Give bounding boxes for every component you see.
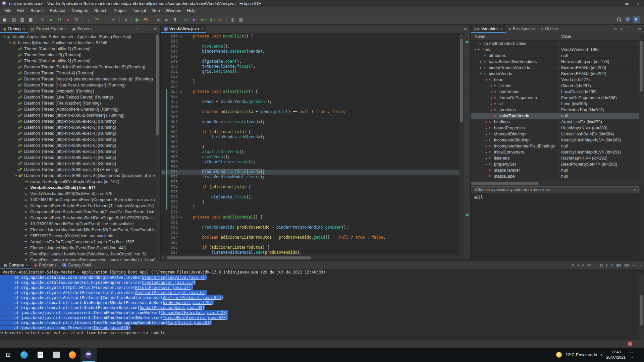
breakpoint-ruler[interactable] bbox=[161, 175, 166, 180]
variable-row-statuslabel[interactable]: ■statusLabelnull bbox=[471, 173, 639, 179]
variables-vscrollbar[interactable] bbox=[639, 33, 644, 186]
external-tools-button[interactable]: ▶ bbox=[183, 16, 191, 23]
launch-node[interactable]: ▾◉Vaadin-Application-Sales-master - Appl… bbox=[0, 34, 155, 40]
variable-row-statushandler[interactable]: ■statusHandlernull bbox=[471, 167, 639, 173]
coverage-button[interactable]: ▶ bbox=[192, 16, 199, 23]
breakpoint-ruler[interactable] bbox=[161, 180, 166, 185]
breakpoint-ruler[interactable] bbox=[161, 59, 166, 64]
stack-frame[interactable]: ≡1402068199.onComponentEvent(ComponentEv… bbox=[0, 197, 155, 203]
eclipse-app[interactable] bbox=[80, 348, 97, 362]
code-line-580[interactable]: 580⊖ private void addClickModal() { bbox=[161, 215, 459, 220]
menu-run[interactable]: Run bbox=[149, 7, 163, 14]
code-line-544[interactable]: 544⊖ private void novoClick() { bbox=[161, 34, 459, 39]
code-line-568[interactable]: 568 novaVenda(); bbox=[161, 155, 459, 160]
save-all-button[interactable]: ▥ bbox=[18, 16, 26, 23]
close-icon[interactable]: × bbox=[23, 27, 25, 31]
code-lines[interactable]: 544⊖ private void novoClick() {545546 no… bbox=[161, 33, 459, 255]
notification-center-icon[interactable] bbox=[629, 353, 634, 357]
breakpoint-ruler[interactable] bbox=[161, 155, 166, 160]
start-button[interactable]: ⊞ bbox=[0, 348, 16, 362]
breakpoint-ruler[interactable] bbox=[161, 44, 166, 49]
stack-frame[interactable]: ≡VendaView.salvarClick() line: 571 bbox=[0, 185, 155, 191]
code-line-562[interactable]: 562 bbox=[161, 124, 459, 129]
stack-trace-link[interactable]: StandardEngineValve.java:78 bbox=[142, 275, 205, 280]
tab-console[interactable]: ▣Console× bbox=[0, 261, 31, 269]
tab-vendaview-java[interactable]: J VendaView.java × bbox=[161, 25, 206, 33]
open-console-icon[interactable]: ▤▾ bbox=[624, 263, 630, 267]
breakpoint-ruler[interactable] bbox=[161, 220, 166, 225]
code-line-569[interactable]: 569 txtNomeCliente.focus(); bbox=[161, 160, 459, 165]
thread-row[interactable]: ▶⚙Daemon Thread [Live Reload Server] (Ru… bbox=[0, 94, 155, 100]
maximize-icon[interactable]: ▭ bbox=[638, 263, 641, 267]
breakpoint-ruler[interactable] bbox=[161, 99, 166, 104]
menu-refactor[interactable]: Refactor bbox=[47, 7, 68, 14]
stack-trace-link[interactable]: AbstractProcessorLight.java:65 bbox=[135, 290, 205, 295]
tab-breakpoints[interactable]: ●Breakpoints bbox=[506, 25, 538, 33]
variable-row-boundproperties[interactable]: ▸■boundPropertiesHashMap<K,V> (id=280) bbox=[471, 125, 639, 131]
thread-row[interactable]: ▶⚙Daemon Thread [http-nio-8080-exec-3] (… bbox=[0, 124, 155, 130]
code-line-576[interactable]: 576 dlgJanela.close(); bbox=[161, 195, 459, 200]
clear-console-icon[interactable]: ▭ bbox=[594, 263, 597, 267]
breakpoint-ruler[interactable] bbox=[161, 84, 166, 89]
breakpoint-ruler[interactable] bbox=[161, 240, 166, 245]
code-line-578[interactable]: 578 } bbox=[161, 205, 459, 210]
breakpoint-ruler[interactable] bbox=[161, 94, 166, 99]
stack-trace-link[interactable]: ThreadPoolExecutor.java:628 bbox=[163, 315, 226, 320]
breakpoint-ruler[interactable] bbox=[161, 69, 166, 74]
variable-row-bean[interactable]: ▾■beanVenda (id=277) bbox=[471, 77, 639, 83]
code-line-582[interactable]: 582 ProdutoVendido produtoVendido = bind… bbox=[161, 225, 459, 230]
breakpoint-ruler[interactable] bbox=[161, 185, 166, 190]
minimize-icon[interactable]: ─ bbox=[149, 27, 151, 31]
breakpoint-ruler[interactable] bbox=[161, 104, 166, 109]
code-line-557[interactable]: 557 venda = binderVenda.getBean(); bbox=[161, 99, 459, 104]
console-line[interactable]: at java.base/java.util.concurrent.Thread… bbox=[0, 310, 639, 315]
thread-row[interactable]: ▶⚙Thread [Catalina-utility-1] (Running) bbox=[0, 46, 155, 52]
code-line-584[interactable]: 584 boolean adicionarListaProdutos = pro… bbox=[161, 235, 459, 240]
thread-row[interactable]: ▶⚙Daemon Thread [Atmosphere-Shared-0] (R… bbox=[0, 106, 155, 112]
console-vscrollbar[interactable] bbox=[639, 275, 644, 339]
breakpoint-ruler[interactable] bbox=[161, 124, 166, 129]
variable-row-cliente[interactable]: ▸■clienteCliente (id=297) bbox=[471, 83, 639, 89]
breakpoint-ruler[interactable] bbox=[161, 230, 166, 235]
thread-row[interactable]: ▶⚙Daemon Thread [http-nio-8080-exec-2] (… bbox=[0, 148, 155, 155]
terminate-button[interactable]: ■ bbox=[64, 16, 72, 23]
pin-console-icon[interactable]: ⊡ bbox=[610, 263, 613, 267]
remove-launch-icon[interactable]: × bbox=[582, 263, 584, 267]
tip-of-day-icon[interactable] bbox=[636, 342, 639, 346]
breakpoint-ruler[interactable] bbox=[161, 129, 166, 134]
skip-all-breakpoints-button[interactable]: ⊘ bbox=[39, 16, 47, 23]
menu-project[interactable]: Project bbox=[111, 7, 130, 14]
new-java-package-button[interactable]: ⊞ bbox=[142, 16, 150, 23]
view-menu-icon[interactable]: ⋮ bbox=[142, 27, 146, 31]
variable-row-datavenda[interactable]: ▸■dataVendaLocalDate (id=299) bbox=[471, 89, 639, 95]
stack-frame[interactable]: ≡ArrayList<E>.forEach(Consumer<? super E… bbox=[0, 239, 155, 245]
code-line-566[interactable]: 566 } bbox=[161, 144, 459, 149]
code-line-559[interactable]: 559 boolean adicionarLista = venda.getId… bbox=[161, 109, 459, 114]
debug-perspective-button[interactable]: D bbox=[633, 16, 640, 23]
stack-frame[interactable]: ≡ComponentEventBus.fireEventForListener(… bbox=[0, 203, 155, 209]
code-line-571[interactable]: →571 binderVenda.setBean(venda); bbox=[161, 170, 459, 175]
variable-row-bindervenda[interactable]: ▾▲binderVendaBinder<BEAN> (id=202) bbox=[471, 71, 639, 77]
variable-detail-pane[interactable]: null bbox=[471, 193, 639, 260]
new-java-class-button[interactable]: ◉ bbox=[134, 16, 142, 23]
save-button[interactable]: ▤ bbox=[10, 16, 18, 23]
step-over-button[interactable]: ↷ bbox=[93, 16, 101, 23]
code-line-564[interactable]: 564 listaVendas.add(venda); bbox=[161, 134, 459, 139]
remove-all-launches-icon[interactable]: ×× bbox=[587, 263, 591, 267]
tab-project-explorer[interactable]: ▤Project Explorer bbox=[28, 25, 69, 33]
variable-row-barrabotoesgridvendidos[interactable]: ▸▲barraBotoesGridVendidosHorizontalLayou… bbox=[471, 59, 639, 65]
variable-row-produtos[interactable]: ▸■produtosPersistentBag (id=313) bbox=[471, 107, 639, 113]
thread-row[interactable]: ▶⚙Daemon Thread [http-nio-8080-exec-7] (… bbox=[0, 155, 155, 161]
thread-row[interactable]: ▶⚙Daemon Thread [http-nio-8080-exec-5] (… bbox=[0, 136, 155, 142]
resume-button[interactable]: ▶ bbox=[47, 16, 55, 23]
thread-row[interactable]: ▶⚙Daemon Thread [http-nio-8080-BlockPoll… bbox=[0, 112, 155, 118]
console-line[interactable]: at java.base/java.lang.Thread.run(Thread… bbox=[0, 325, 639, 330]
variable-row-no-method-return-value[interactable]: ⇨no method return value bbox=[471, 41, 639, 47]
breakpoint-ruler[interactable] bbox=[161, 74, 166, 79]
stack-trace-link[interactable]: SocketProcessorBase.java:49 bbox=[140, 305, 202, 310]
stack-frame[interactable]: ≡955718717.accept(Object) line: not avai… bbox=[0, 233, 155, 239]
variable-row-initialconverters[interactable]: ▸■initialConvertersIdentityHashMap<K,V> … bbox=[471, 149, 639, 155]
tab-debug[interactable]: ◉Debug× bbox=[0, 25, 28, 33]
maximize-icon[interactable]: ▭ bbox=[464, 27, 467, 31]
console-line[interactable]: at org.apache.catalina.core.StandardEngi… bbox=[0, 275, 639, 280]
